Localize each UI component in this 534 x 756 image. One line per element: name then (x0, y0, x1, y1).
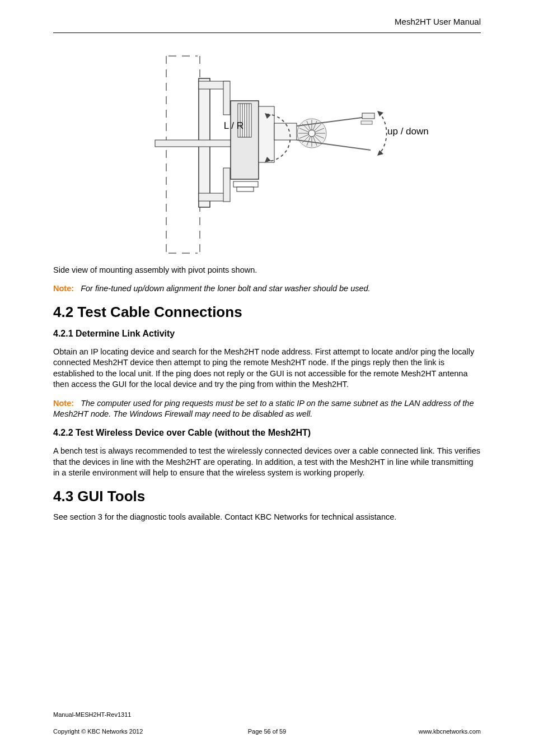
heading-4-2-2: 4.2.2 Test Wireless Device over Cable (w… (53, 428, 481, 438)
note-text: The computer used for ping requests must… (53, 399, 474, 419)
svg-marker-37 (377, 111, 383, 116)
svg-point-30 (308, 130, 315, 137)
page-footer: Manual-MESH2HT-Rev1311 Copyright © KBC N… (53, 711, 481, 735)
figure-label-updown: up / down (387, 126, 429, 137)
heading-4-2-1: 4.2.1 Determine Link Activity (53, 329, 481, 339)
svg-rect-18 (237, 187, 254, 192)
page-content: L / R up / down Side view of mounting as… (53, 45, 481, 530)
para-4-3: See section 3 for the diagnostic tools a… (53, 512, 481, 523)
para-4-2-1: Obtain an IP locating device and search … (53, 347, 481, 390)
footer-page-number: Page 56 of 59 (53, 728, 481, 735)
header-rule (53, 32, 481, 33)
note-text: For fine-tuned up/down alignment the lon… (81, 284, 371, 293)
note-4-2-1: Note: The computer used for ping request… (53, 398, 481, 420)
note-finetune: Note: For fine-tuned up/down alignment t… (53, 283, 481, 295)
footer-line1: Manual-MESH2HT-Rev1311 (53, 711, 481, 718)
svg-rect-8 (223, 168, 230, 202)
heading-4-2: 4.2 Test Cable Connections (53, 304, 481, 321)
mounting-diagram-svg: L / R up / down (99, 50, 435, 258)
para-4-2-2: A bench test is always recommended to te… (53, 446, 481, 479)
footer-url: www.kbcnetworks.com (419, 728, 481, 735)
heading-4-3: 4.3 GUI Tools (53, 488, 481, 505)
svg-rect-34 (361, 121, 372, 124)
figure-label-lr: L / R (224, 120, 243, 131)
figure-caption: Side view of mounting assembly with pivo… (53, 265, 481, 274)
mounting-figure: L / R up / down (53, 50, 481, 260)
svg-rect-20 (274, 123, 297, 140)
note-label: Note: (53, 399, 74, 408)
page-header-title: Mesh2HT User Manual (395, 17, 481, 26)
svg-rect-6 (223, 81, 230, 115)
svg-rect-33 (362, 113, 374, 119)
note-label: Note: (53, 284, 74, 293)
svg-rect-17 (233, 181, 258, 187)
svg-marker-38 (377, 150, 383, 156)
